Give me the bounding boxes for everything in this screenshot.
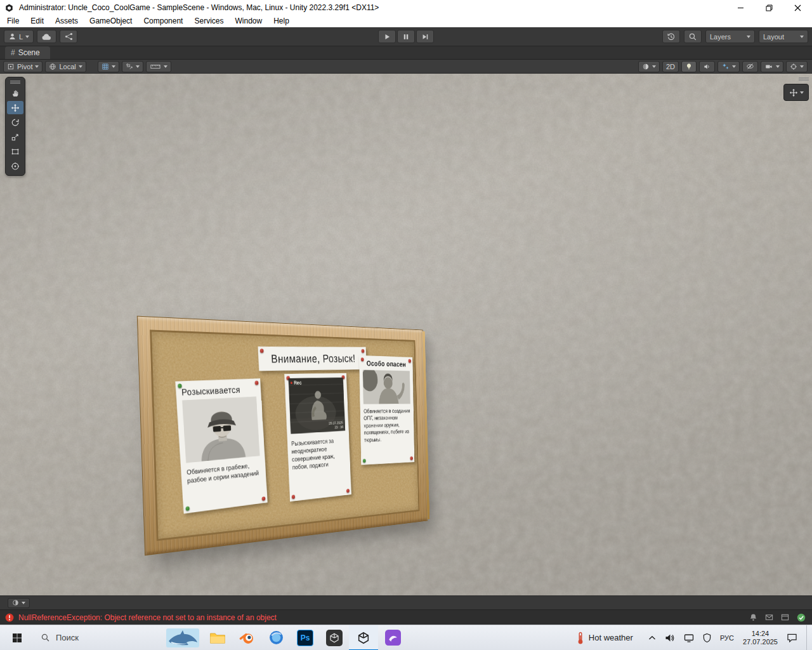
gizmo-drag-handle[interactable] [799, 76, 809, 82]
panel-drag-handle[interactable] [10, 79, 20, 85]
pause-button[interactable] [397, 30, 415, 43]
network-display-icon[interactable] [684, 633, 694, 642]
effects-dropdown[interactable] [717, 61, 740, 72]
rec-dot-icon [291, 381, 292, 384]
chevron-down-icon [112, 65, 115, 68]
undo-history-button[interactable] [662, 30, 680, 43]
gizmos-dropdown[interactable] [786, 61, 808, 72]
weather-widget[interactable]: Hot weather [568, 632, 642, 644]
rotate-tool[interactable] [7, 116, 23, 129]
restore-button[interactable] [755, 0, 783, 15]
tab-bar: # Scene [0, 46, 812, 60]
message-icon[interactable] [765, 613, 773, 621]
app-unity-hub[interactable] [320, 625, 349, 650]
menu-component[interactable]: Component [138, 15, 188, 27]
cctv-photo: Rec 25.07.2025 23 : 36 [289, 378, 346, 434]
progress-check-icon[interactable] [797, 613, 806, 622]
snap-settings-dropdown[interactable] [122, 61, 143, 72]
security-shield-icon[interactable] [703, 633, 711, 642]
poster-charges: Обвиняется в грабеже, разбое и серии нап… [187, 460, 261, 485]
chevron-down-icon [25, 36, 29, 38]
app-file-explorer[interactable] [203, 625, 232, 650]
hidden-icons-chevron-icon[interactable] [648, 635, 656, 640]
move-tool[interactable] [7, 101, 23, 114]
window-icon[interactable] [781, 613, 789, 621]
account-label: L [19, 33, 23, 41]
pushpin-red [361, 357, 364, 361]
clock[interactable]: 14:24 27.07.2025 [743, 630, 778, 646]
minimize-button[interactable] [726, 0, 755, 15]
grid-visibility-dropdown[interactable] [98, 61, 119, 72]
toolbar-left-group: L [4, 30, 77, 43]
pushpin-red [262, 496, 266, 501]
play-icon [383, 33, 391, 41]
play-button[interactable] [378, 30, 396, 43]
layers-dropdown[interactable]: Layers [705, 30, 755, 43]
menu-window[interactable]: Window [229, 15, 268, 27]
menu-edit[interactable]: Edit [25, 15, 49, 27]
action-center-icon[interactable] [787, 633, 797, 642]
view-tool[interactable] [7, 86, 23, 100]
axis-gizmo-icon [789, 88, 798, 97]
local-dropdown[interactable]: Local [45, 61, 86, 72]
language-indicator[interactable]: РУС [720, 634, 734, 642]
lighting-toggle[interactable] [681, 61, 697, 72]
app-photoshop[interactable]: Ps [291, 625, 320, 650]
2d-toggle[interactable]: 2D [662, 61, 679, 72]
chevron-down-icon [22, 602, 25, 604]
app-unity-editor[interactable] [349, 625, 378, 650]
increment-snap-dropdown[interactable] [146, 61, 171, 72]
audio-toggle[interactable] [699, 61, 715, 72]
console-error-message: NullReferenceException: Object reference… [18, 613, 277, 622]
rect-tool[interactable] [7, 145, 23, 158]
transform-tool[interactable] [7, 159, 23, 173]
pivot-dropdown[interactable]: Pivot [3, 61, 43, 72]
windows-taskbar: Поиск Ps [0, 625, 812, 650]
app-blender[interactable] [232, 625, 261, 650]
collab-button[interactable] [60, 30, 77, 43]
step-icon [421, 33, 429, 41]
notification-bell-icon[interactable] [749, 613, 757, 621]
step-button[interactable] [416, 30, 434, 43]
close-button[interactable] [783, 0, 812, 15]
rec-indicator: Rec [291, 380, 302, 385]
lens-icon [12, 599, 19, 606]
menu-gameobject[interactable]: GameObject [84, 15, 138, 27]
app-shark-game[interactable] [162, 625, 203, 650]
scene-visibility-toggle[interactable] [742, 61, 758, 72]
shark-icon [166, 628, 199, 647]
menu-help[interactable]: Help [268, 15, 295, 27]
menu-file[interactable]: File [1, 15, 25, 27]
status-bar[interactable]: NullReferenceException: Object reference… [0, 609, 812, 625]
start-button[interactable] [3, 625, 32, 650]
pinned-apps: Ps [162, 625, 407, 650]
history-icon [667, 32, 676, 41]
search-button[interactable] [684, 30, 702, 43]
scene-viewport[interactable]: Внимание, Розыск! Розыскивается [0, 74, 812, 595]
account-dropdown[interactable]: L [4, 30, 34, 43]
eye-slash-icon [746, 62, 754, 70]
app-purple[interactable] [378, 625, 407, 650]
scale-tool[interactable] [7, 130, 23, 143]
scene-view-toolbar: Pivot Local 2D [0, 60, 812, 74]
layout-dropdown[interactable]: Layout [759, 30, 808, 43]
orientation-gizmo-dropdown[interactable] [783, 84, 809, 101]
overlay-lens-dropdown[interactable] [8, 598, 30, 608]
weather-label: Hot weather [589, 633, 633, 642]
lightbulb-icon [685, 63, 693, 70]
draw-mode-dropdown[interactable] [638, 61, 660, 72]
scene-toolbar-right: 2D [638, 61, 808, 72]
chevron-down-icon [164, 65, 167, 68]
camera-dropdown[interactable] [761, 61, 783, 72]
rotate-icon [11, 118, 20, 127]
volume-icon[interactable] [665, 633, 675, 642]
cloud-button[interactable] [37, 30, 56, 43]
menu-assets[interactable]: Assets [49, 15, 84, 27]
menu-services[interactable]: Services [188, 15, 229, 27]
tab-scene[interactable]: # Scene [5, 46, 50, 59]
app-browser[interactable] [261, 625, 291, 650]
taskbar-search[interactable]: Поиск [32, 633, 88, 642]
rec-label: Rec [294, 380, 302, 385]
window-controls [726, 0, 812, 15]
show-desktop-button[interactable] [806, 625, 809, 650]
